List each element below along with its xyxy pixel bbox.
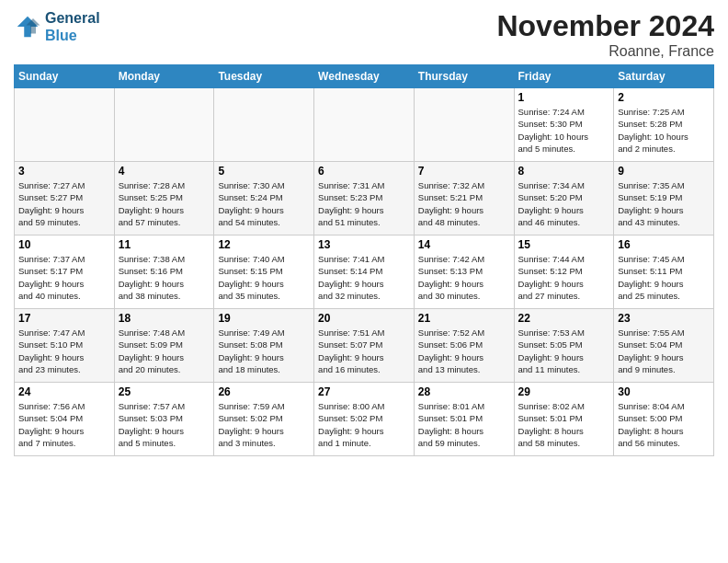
- calendar-cell: 19Sunrise: 7:49 AM Sunset: 5:08 PM Dayli…: [214, 309, 314, 383]
- calendar-week-4: 17Sunrise: 7:47 AM Sunset: 5:10 PM Dayli…: [15, 309, 714, 383]
- calendar-cell: 14Sunrise: 7:42 AM Sunset: 5:13 PM Dayli…: [414, 236, 514, 309]
- calendar-cell: [214, 88, 314, 162]
- main-container: General Blue November 2024 Roanne, Franc…: [0, 0, 728, 465]
- calendar-cell: [414, 88, 514, 162]
- day-info: Sunrise: 7:37 AM Sunset: 5:17 PM Dayligh…: [18, 253, 110, 302]
- day-number: 20: [318, 312, 410, 325]
- day-number: 16: [618, 238, 710, 251]
- day-number: 27: [318, 385, 410, 398]
- header-tuesday: Tuesday: [214, 65, 314, 88]
- calendar-cell: 26Sunrise: 7:59 AM Sunset: 5:02 PM Dayli…: [214, 383, 314, 456]
- day-info: Sunrise: 7:42 AM Sunset: 5:13 PM Dayligh…: [418, 253, 510, 302]
- calendar-cell: 8Sunrise: 7:34 AM Sunset: 5:20 PM Daylig…: [514, 162, 614, 236]
- calendar-cell: 28Sunrise: 8:01 AM Sunset: 5:01 PM Dayli…: [414, 383, 514, 456]
- header-wednesday: Wednesday: [314, 65, 415, 88]
- day-number: 15: [518, 238, 610, 251]
- day-number: 18: [119, 312, 210, 325]
- calendar-week-1: 1Sunrise: 7:24 AM Sunset: 5:30 PM Daylig…: [15, 88, 714, 162]
- day-info: Sunrise: 7:40 AM Sunset: 5:15 PM Dayligh…: [218, 253, 310, 302]
- header-friday: Friday: [514, 65, 614, 88]
- day-info: Sunrise: 7:27 AM Sunset: 5:27 PM Dayligh…: [18, 179, 110, 228]
- day-info: Sunrise: 7:38 AM Sunset: 5:16 PM Dayligh…: [119, 253, 210, 302]
- day-number: 9: [618, 165, 710, 178]
- calendar-cell: 22Sunrise: 7:53 AM Sunset: 5:05 PM Dayli…: [514, 309, 614, 383]
- day-number: 29: [518, 385, 610, 398]
- day-number: 26: [218, 385, 310, 398]
- header-row: Sunday Monday Tuesday Wednesday Thursday…: [15, 65, 714, 88]
- day-number: 12: [218, 238, 310, 251]
- calendar-cell: 30Sunrise: 8:04 AM Sunset: 5:00 PM Dayli…: [614, 383, 714, 456]
- calendar-cell: 24Sunrise: 7:56 AM Sunset: 5:04 PM Dayli…: [15, 383, 115, 456]
- day-info: Sunrise: 8:01 AM Sunset: 5:01 PM Dayligh…: [418, 400, 510, 449]
- calendar-cell: 21Sunrise: 7:52 AM Sunset: 5:06 PM Dayli…: [414, 309, 514, 383]
- calendar-table: Sunday Monday Tuesday Wednesday Thursday…: [14, 64, 714, 456]
- header-row: General Blue November 2024 Roanne, Franc…: [14, 9, 714, 60]
- day-number: 13: [318, 238, 410, 251]
- logo-icon: [14, 13, 41, 40]
- day-number: 14: [418, 238, 510, 251]
- day-number: 24: [18, 385, 110, 398]
- day-info: Sunrise: 7:30 AM Sunset: 5:24 PM Dayligh…: [218, 179, 310, 228]
- calendar-cell: 10Sunrise: 7:37 AM Sunset: 5:17 PM Dayli…: [15, 236, 115, 309]
- day-info: Sunrise: 7:45 AM Sunset: 5:11 PM Dayligh…: [618, 253, 710, 302]
- day-info: Sunrise: 7:47 AM Sunset: 5:10 PM Dayligh…: [18, 327, 110, 375]
- day-info: Sunrise: 7:53 AM Sunset: 5:05 PM Dayligh…: [518, 327, 610, 375]
- day-number: 2: [618, 91, 710, 104]
- header-monday: Monday: [114, 65, 214, 88]
- day-info: Sunrise: 8:00 AM Sunset: 5:02 PM Dayligh…: [318, 400, 410, 449]
- day-number: 11: [119, 238, 210, 251]
- logo-text: General Blue: [45, 9, 100, 44]
- day-number: 4: [119, 165, 210, 178]
- location: Roanne, France: [496, 43, 714, 60]
- day-number: 19: [218, 312, 310, 325]
- logo: General Blue: [14, 9, 100, 44]
- day-number: 30: [618, 385, 710, 398]
- calendar-cell: 6Sunrise: 7:31 AM Sunset: 5:23 PM Daylig…: [314, 162, 415, 236]
- day-info: Sunrise: 8:02 AM Sunset: 5:01 PM Dayligh…: [518, 400, 610, 449]
- day-number: 8: [518, 165, 610, 178]
- day-number: 28: [418, 385, 510, 398]
- day-info: Sunrise: 7:51 AM Sunset: 5:07 PM Dayligh…: [318, 327, 410, 375]
- day-number: 7: [418, 165, 510, 178]
- day-number: 25: [119, 385, 210, 398]
- calendar-cell: 17Sunrise: 7:47 AM Sunset: 5:10 PM Dayli…: [15, 309, 115, 383]
- day-info: Sunrise: 7:49 AM Sunset: 5:08 PM Dayligh…: [218, 327, 310, 375]
- calendar-header: Sunday Monday Tuesday Wednesday Thursday…: [15, 65, 714, 88]
- day-number: 23: [618, 312, 710, 325]
- day-number: 6: [318, 165, 410, 178]
- day-info: Sunrise: 7:31 AM Sunset: 5:23 PM Dayligh…: [318, 179, 410, 228]
- calendar-cell: 3Sunrise: 7:27 AM Sunset: 5:27 PM Daylig…: [15, 162, 115, 236]
- calendar-cell: 15Sunrise: 7:44 AM Sunset: 5:12 PM Dayli…: [514, 236, 614, 309]
- calendar-cell: 25Sunrise: 7:57 AM Sunset: 5:03 PM Dayli…: [114, 383, 214, 456]
- day-info: Sunrise: 7:34 AM Sunset: 5:20 PM Dayligh…: [518, 179, 610, 228]
- calendar-cell: 13Sunrise: 7:41 AM Sunset: 5:14 PM Dayli…: [314, 236, 415, 309]
- day-number: 21: [418, 312, 510, 325]
- day-info: Sunrise: 7:59 AM Sunset: 5:02 PM Dayligh…: [218, 400, 310, 449]
- calendar-cell: 9Sunrise: 7:35 AM Sunset: 5:19 PM Daylig…: [614, 162, 714, 236]
- title-block: November 2024 Roanne, France: [496, 9, 714, 60]
- day-number: 3: [18, 165, 110, 178]
- day-info: Sunrise: 7:35 AM Sunset: 5:19 PM Dayligh…: [618, 179, 710, 228]
- day-info: Sunrise: 7:28 AM Sunset: 5:25 PM Dayligh…: [119, 179, 210, 228]
- day-info: Sunrise: 7:32 AM Sunset: 5:21 PM Dayligh…: [418, 179, 510, 228]
- calendar-cell: [114, 88, 214, 162]
- calendar-cell: 29Sunrise: 8:02 AM Sunset: 5:01 PM Dayli…: [514, 383, 614, 456]
- day-number: 5: [218, 165, 310, 178]
- month-title: November 2024: [496, 9, 714, 43]
- calendar-cell: 18Sunrise: 7:48 AM Sunset: 5:09 PM Dayli…: [114, 309, 214, 383]
- calendar-cell: 5Sunrise: 7:30 AM Sunset: 5:24 PM Daylig…: [214, 162, 314, 236]
- calendar-cell: 2Sunrise: 7:25 AM Sunset: 5:28 PM Daylig…: [614, 88, 714, 162]
- day-info: Sunrise: 7:48 AM Sunset: 5:09 PM Dayligh…: [119, 327, 210, 375]
- day-info: Sunrise: 8:04 AM Sunset: 5:00 PM Dayligh…: [618, 400, 710, 449]
- day-info: Sunrise: 7:57 AM Sunset: 5:03 PM Dayligh…: [119, 400, 210, 449]
- day-info: Sunrise: 7:44 AM Sunset: 5:12 PM Dayligh…: [518, 253, 610, 302]
- day-info: Sunrise: 7:41 AM Sunset: 5:14 PM Dayligh…: [318, 253, 410, 302]
- header-thursday: Thursday: [414, 65, 514, 88]
- calendar-body: 1Sunrise: 7:24 AM Sunset: 5:30 PM Daylig…: [15, 88, 714, 456]
- calendar-cell: [314, 88, 415, 162]
- day-info: Sunrise: 7:25 AM Sunset: 5:28 PM Dayligh…: [618, 106, 710, 155]
- calendar-cell: 27Sunrise: 8:00 AM Sunset: 5:02 PM Dayli…: [314, 383, 415, 456]
- calendar-cell: 23Sunrise: 7:55 AM Sunset: 5:04 PM Dayli…: [614, 309, 714, 383]
- calendar-cell: 7Sunrise: 7:32 AM Sunset: 5:21 PM Daylig…: [414, 162, 514, 236]
- header-sunday: Sunday: [15, 65, 115, 88]
